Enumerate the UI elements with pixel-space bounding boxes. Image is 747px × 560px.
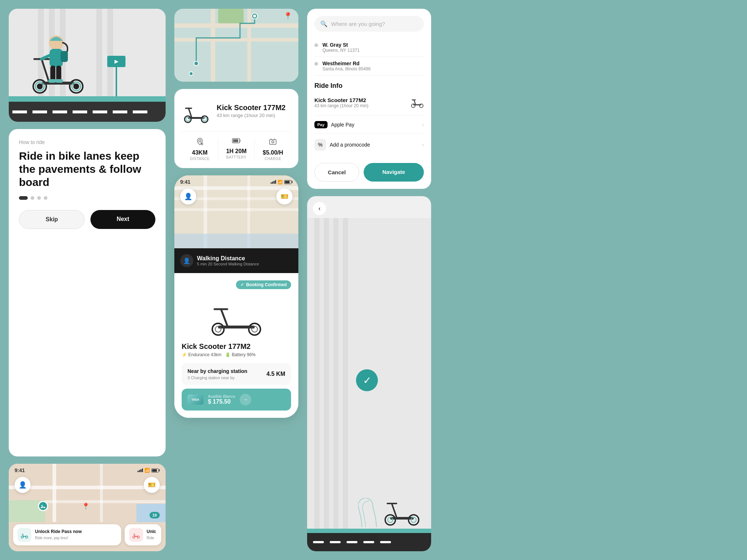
phone-icons-2: 📶 [271,180,293,184]
scooter-image [182,96,211,125]
location-item-1[interactable]: W. Gray St Queens, NY 11371 [314,38,424,57]
booking-badge-pill: ✓ Booking Confirmed [236,280,291,289]
ride-pass-text-2: Unlc Ride [147,529,156,541]
available-balance-card[interactable]: VISA Availble Blance $ 175.50 → [182,389,291,411]
svg-point-52 [212,323,224,335]
distance-icon [182,137,218,147]
nearby-charging-row[interactable]: Near by charging station 3 Charging stat… [182,363,291,385]
stat-distance-label: DISTANCE [182,157,218,161]
battery-icon-2 [284,180,293,184]
scooter-detail-svg [183,98,209,124]
ride-pass-row: Unlock Ride Pass now Ride more, pay less… [13,524,161,545]
svg-rect-16 [55,79,63,83]
booking-scooter-name: Kick Scooter 177M2 [182,342,291,351]
battery-stat: 🔋 Battery 96% [225,352,256,357]
svg-point-36 [201,116,208,122]
ride-pass-item-1[interactable]: Unlock Ride Pass now Ride more, pay less… [13,524,121,545]
dot-4[interactable] [44,196,47,200]
nearby-km: 4.5 KM [266,371,285,377]
dot-1[interactable] [19,196,28,200]
svg-point-35 [185,116,191,122]
ride-pass-item-2[interactable]: Unlc Ride [125,524,161,545]
svg-rect-24 [22,536,27,537]
scooter-range: 43 km range (1hour 20 min) [217,113,286,118]
bc-road [307,533,431,551]
map-card-small: 19 📍 9:41 📶 👤 🎫 [9,464,166,551]
location-dot-1 [314,43,318,47]
skip-button[interactable]: Skip [19,210,85,229]
scooter-info-card: Kick Scooter 177M2 43 km range (1hour 20… [174,89,298,168]
svg-point-34 [253,15,256,18]
svg-rect-48 [270,140,276,144]
location-item-2[interactable]: Westheimer Rd Santa Ana, Illinois 85486 [314,57,424,75]
ride-info-scooter-text: Kick Scooter 177M2 43 km range (1hour 20… [314,97,368,108]
booking-confirmed-card: ‹ ✓ [307,196,431,551]
phone-status-bar: 9:41 📶 [9,467,166,473]
phone-time-2: 9:41 [180,179,190,185]
payment-left-2: % Add a promocode [314,139,370,151]
stat-charge: $5.00/H CHARGE [255,137,291,161]
stat-charge-label: CHARGE [255,157,291,161]
chevron-right-icon-2: › [422,141,424,148]
svg-point-42 [199,140,201,142]
svg-point-43 [201,143,203,145]
booking-scooter-image [182,293,291,338]
location-dot-2 [314,62,318,66]
svg-rect-19 [42,507,44,508]
endurance-stat: ⚡ Endurance 43km [182,352,221,357]
bc-back-button[interactable]: ‹ [313,202,326,215]
arch-svg [358,498,380,527]
avatar-button[interactable]: 👤 [15,477,31,493]
wifi-icon: 📶 [144,468,150,473]
ride-info-scooter-row: Kick Scooter 177M2 43 km range (1hour 20… [314,95,424,110]
wallet-button[interactable]: 🎫 [144,477,160,493]
walking-text: Walking Distance 5 min 20 Second Walking… [197,255,259,266]
cancel-button[interactable]: Cancel [314,163,359,182]
payment-row-1[interactable]: Pay Apple Pay › [314,116,424,133]
hero-card: ‹ ▶ [9,9,166,122]
svg-line-55 [221,309,227,326]
phone-avatar-button[interactable]: 👤 [180,188,196,205]
location-text-2: Westheimer Rd Santa Ana, Illinois 85486 [322,61,371,71]
svg-rect-47 [240,140,240,142]
svg-point-65 [409,515,419,525]
search-input[interactable]: Where are you going? [331,21,418,27]
svg-rect-61 [413,104,421,105]
person-scooter-svg [20,23,93,96]
action-buttons: Cancel Navigate [314,163,424,182]
dollar-icon [269,137,277,145]
ride-info-section: Ride Info Kick Scooter 177M2 43 km range… [314,82,424,182]
battery-stat-icon [218,137,254,146]
phone-wallet-button[interactable]: 🎫 [276,188,293,205]
svg-line-44 [201,143,201,143]
balance-arrow-icon[interactable]: → [240,394,251,405]
walking-distance-panel: 👤 Walking Distance 5 min 20 Second Walki… [174,248,298,273]
stat-battery-value: 1H 20M [218,148,254,155]
svg-point-53 [249,323,260,335]
charge-stat-icon [255,137,291,147]
payment-row-2[interactable]: % Add a promocode › [314,133,424,156]
phone-frame: 9:41 📶 👤 🎫 [174,175,298,418]
booking-scooter-stats: ⚡ Endurance 43km 🔋 Battery 96% [182,352,291,357]
booking-scooter-svg [207,293,266,337]
dot-3[interactable] [37,196,41,200]
svg-rect-11 [61,51,68,62]
svg-rect-29 [134,536,138,537]
dot-2[interactable] [31,196,34,200]
svg-rect-66 [390,517,414,520]
walking-distance-header: 👤 Walking Distance 5 min 20 Second Walki… [180,254,293,267]
svg-rect-37 [188,117,205,119]
stat-battery-label: BATTTERY [218,155,254,159]
svg-rect-15 [48,79,56,83]
navigate-button[interactable]: Navigate [364,163,424,182]
location-text-1: W. Gray St Queens, NY 11371 [322,42,360,53]
card-icon: VISA [187,394,204,405]
how-title: Ride in bike lanes keep the pavements & … [19,149,155,189]
wifi-icon-2: 📶 [278,180,283,184]
next-button[interactable]: Next [90,210,155,229]
ride-info-title: Ride Info [314,82,424,90]
search-icon: 🔍 [320,20,328,27]
search-bar[interactable]: 🔍 Where are you going? [314,16,424,32]
battery-icon [151,468,160,472]
svg-point-49 [272,141,274,143]
